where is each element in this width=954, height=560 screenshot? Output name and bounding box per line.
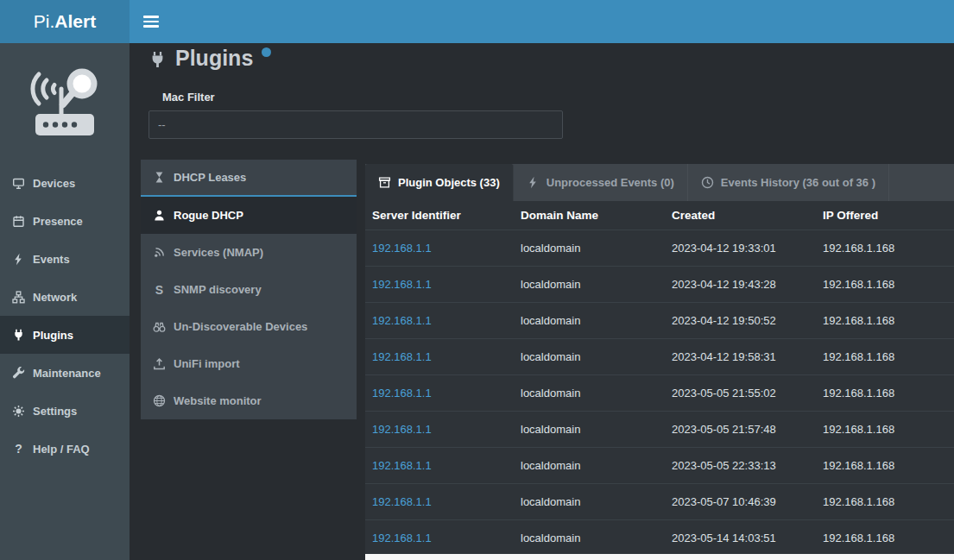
box-icon bbox=[378, 176, 391, 189]
table-row[interactable]: 192.168.1.1 localdomain 2023-05-05 21:55… bbox=[365, 374, 954, 411]
table-row[interactable]: 192.168.1.1 localdomain 2023-05-05 21:57… bbox=[365, 411, 954, 447]
question-icon: ? bbox=[12, 442, 25, 456]
cell-server-identifier[interactable]: 192.168.1.1 bbox=[365, 350, 514, 363]
sidebar-item-label: Settings bbox=[33, 405, 77, 418]
sidebar: Devices Presence Events Network Plugins … bbox=[0, 43, 130, 560]
cell-domain-name: localdomain bbox=[514, 350, 665, 363]
plugin-nav-label: Website monitor bbox=[174, 394, 262, 407]
cell-server-identifier[interactable]: 192.168.1.1 bbox=[365, 387, 514, 400]
info-badge-icon[interactable] bbox=[262, 47, 271, 57]
cell-ip-offered: 192.168.1.168 bbox=[816, 242, 954, 255]
cell-domain-name: localdomain bbox=[514, 532, 665, 544]
table-row[interactable]: 192.168.1.1 localdomain 2023-05-05 22:33… bbox=[365, 447, 954, 483]
sidebar-item-help-faq[interactable]: ? Help / FAQ bbox=[0, 430, 130, 468]
plugin-nav-label: DHCP Leases bbox=[174, 171, 246, 184]
cell-created: 2023-04-12 19:43:28 bbox=[665, 278, 816, 291]
sitemap-icon bbox=[12, 291, 25, 304]
tab-events-history[interactable]: Events History (36 out of 36 ) bbox=[688, 164, 889, 201]
sidebar-item-presence[interactable]: Presence bbox=[0, 202, 130, 240]
tab-label: Events History (36 out of 36 ) bbox=[721, 176, 875, 189]
gear-icon bbox=[12, 405, 25, 418]
sidebar-item-label: Help / FAQ bbox=[33, 443, 90, 456]
table-row[interactable]: 192.168.1.1 localdomain 2023-05-14 14:03… bbox=[365, 519, 954, 554]
cell-server-identifier[interactable]: 192.168.1.1 bbox=[365, 242, 514, 255]
cell-server-identifier[interactable]: 192.168.1.1 bbox=[365, 314, 514, 327]
cell-ip-offered: 192.168.1.168 bbox=[816, 423, 954, 436]
cell-domain-name: localdomain bbox=[514, 278, 665, 291]
sidebar-item-maintenance[interactable]: Maintenance bbox=[0, 354, 130, 392]
cell-server-identifier[interactable]: 192.168.1.1 bbox=[365, 459, 514, 472]
plugin-nav-item-snmp-discovery[interactable]: S SNMP discovery bbox=[141, 271, 357, 308]
table-header-row: Server Identifier Domain Name Created IP… bbox=[365, 201, 954, 230]
cell-ip-offered: 192.168.1.168 bbox=[816, 314, 954, 327]
cell-created: 2023-05-05 22:33:13 bbox=[665, 459, 816, 472]
mac-filter-input[interactable] bbox=[148, 110, 563, 139]
cell-domain-name: localdomain bbox=[514, 242, 665, 255]
cell-domain-name: localdomain bbox=[514, 423, 665, 436]
plugin-nav-item-rogue-dhcp[interactable]: Rogue DHCP bbox=[141, 197, 357, 234]
cell-ip-offered: 192.168.1.168 bbox=[816, 459, 954, 472]
table-row[interactable]: 192.168.1.1 localdomain 2023-04-12 19:58… bbox=[365, 338, 954, 374]
sidebar-item-plugins[interactable]: Plugins bbox=[0, 316, 130, 354]
brand-logo[interactable]: Pi.Alert bbox=[0, 0, 130, 43]
top-navbar bbox=[130, 0, 954, 43]
table-row[interactable]: 192.168.1.1 localdomain 2023-05-07 10:46… bbox=[365, 483, 954, 519]
binoculars-icon bbox=[153, 320, 166, 333]
lightning-icon bbox=[12, 253, 25, 266]
cell-domain-name: localdomain bbox=[514, 387, 665, 400]
plugin-nav: DHCP Leases Rogue DHCP Services (NMAP) S… bbox=[141, 160, 357, 419]
cell-ip-offered: 192.168.1.168 bbox=[816, 532, 954, 544]
plugin-nav-label: SNMP discovery bbox=[174, 283, 262, 296]
tab-plugin-objects[interactable]: Plugin Objects (33) bbox=[365, 164, 514, 201]
sidebar-item-devices[interactable]: Devices bbox=[0, 164, 130, 202]
table-row[interactable]: 192.168.1.1 localdomain 2023-04-12 19:33… bbox=[365, 230, 954, 266]
hamburger-icon[interactable] bbox=[142, 12, 161, 31]
cell-created: 2023-04-12 19:33:01 bbox=[665, 242, 816, 255]
plugin-nav-item-dhcp-leases[interactable]: DHCP Leases bbox=[141, 160, 357, 197]
globe-icon bbox=[153, 394, 166, 407]
cell-created: 2023-05-07 10:46:39 bbox=[665, 495, 816, 508]
sidebar-item-label: Plugins bbox=[33, 329, 73, 342]
sidebar-item-settings[interactable]: Settings bbox=[0, 392, 130, 430]
plugin-nav-item-unifi-import[interactable]: UniFi import bbox=[141, 345, 357, 382]
brand-text-bold: Alert bbox=[54, 11, 96, 32]
plugin-nav-item-undiscoverable-devices[interactable]: Un-Discoverable Devices bbox=[141, 308, 357, 345]
lightning-icon bbox=[527, 176, 540, 189]
plugin-nav-item-website-monitor[interactable]: Website monitor bbox=[141, 382, 357, 419]
page-bottom-strip bbox=[365, 554, 954, 560]
sidebar-item-network[interactable]: Network bbox=[0, 278, 130, 316]
cell-server-identifier[interactable]: 192.168.1.1 bbox=[365, 278, 514, 291]
tab-unprocessed-events[interactable]: Unprocessed Events (0) bbox=[514, 164, 688, 201]
column-header-domain-name: Domain Name bbox=[514, 209, 665, 222]
plugin-nav-item-services-nmap[interactable]: Services (NMAP) bbox=[141, 234, 357, 271]
wrench-icon bbox=[12, 367, 25, 380]
cell-server-identifier[interactable]: 192.168.1.1 bbox=[365, 495, 514, 508]
main-content: Plugins Mac Filter DHCP Leases Rogue DHC… bbox=[130, 43, 954, 560]
upload-icon bbox=[153, 357, 166, 370]
cell-ip-offered: 192.168.1.168 bbox=[816, 387, 954, 400]
tab-bar: Plugin Objects (33) Unprocessed Events (… bbox=[365, 164, 954, 201]
column-header-server-identifier: Server Identifier bbox=[365, 209, 514, 222]
tab-label: Unprocessed Events (0) bbox=[546, 176, 674, 189]
tab-label: Plugin Objects (33) bbox=[398, 176, 500, 189]
cell-server-identifier[interactable]: 192.168.1.1 bbox=[365, 423, 514, 436]
plugin-nav-label: Services (NMAP) bbox=[174, 246, 263, 259]
sidebar-item-label: Devices bbox=[33, 177, 75, 190]
broadcast-icon bbox=[153, 246, 166, 259]
cell-ip-offered: 192.168.1.168 bbox=[816, 278, 954, 291]
plug-icon bbox=[148, 51, 167, 69]
table-row[interactable]: 192.168.1.1 localdomain 2023-04-12 19:43… bbox=[365, 266, 954, 302]
table-row[interactable]: 192.168.1.1 localdomain 2023-04-12 19:50… bbox=[365, 302, 954, 338]
sidebar-item-label: Events bbox=[33, 253, 70, 266]
column-header-created: Created bbox=[665, 209, 816, 222]
cell-ip-offered: 192.168.1.168 bbox=[816, 495, 954, 508]
cell-server-identifier[interactable]: 192.168.1.1 bbox=[365, 532, 514, 544]
cell-domain-name: localdomain bbox=[514, 459, 665, 472]
clock-icon bbox=[701, 176, 714, 189]
plug-icon bbox=[12, 329, 25, 342]
plugin-nav-label: Un-Discoverable Devices bbox=[174, 320, 307, 333]
sidebar-item-events[interactable]: Events bbox=[0, 240, 130, 278]
plugin-nav-label: Rogue DHCP bbox=[174, 209, 243, 222]
monitor-icon bbox=[12, 177, 25, 190]
cell-created: 2023-04-12 19:58:31 bbox=[665, 350, 816, 363]
